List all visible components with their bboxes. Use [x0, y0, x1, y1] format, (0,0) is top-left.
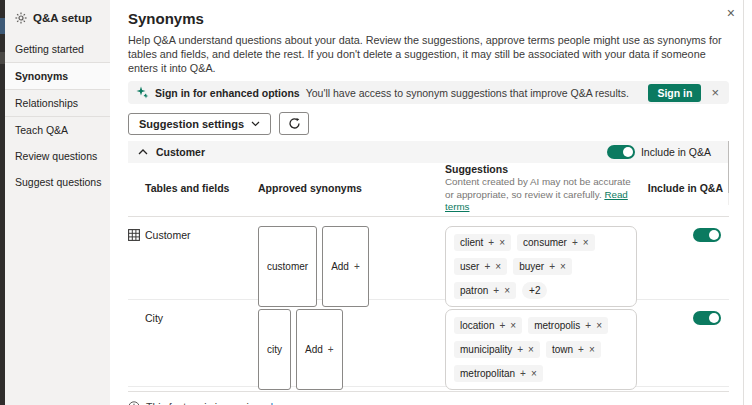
refresh-button[interactable] [279, 112, 309, 135]
approved-synonym-chip[interactable]: city [258, 309, 291, 390]
plus-icon: + [354, 261, 360, 272]
approve-plus-icon[interactable]: + [585, 320, 591, 331]
sign-in-button[interactable]: Sign in [648, 84, 701, 102]
table-row-customer: Customer customer Add + client+× consume… [128, 217, 729, 300]
approve-plus-icon[interactable]: + [578, 344, 584, 355]
synonyms-table: Customer Include in Q&A Tables and field… [128, 141, 729, 391]
dismiss-x-icon[interactable]: × [495, 261, 501, 272]
add-label: Add [331, 261, 349, 272]
add-synonym-button[interactable]: Add + [296, 309, 343, 390]
chevron-down-icon [251, 121, 260, 127]
app-edge-accent-2 [0, 52, 5, 64]
include-toggle[interactable] [693, 228, 721, 242]
right-gutter [744, 0, 752, 405]
column-include-in-qna: Include in Q&A [643, 182, 729, 194]
suggestion-chip: user+× [454, 258, 507, 275]
section-include-toggle[interactable] [607, 145, 635, 159]
refresh-icon [288, 117, 301, 130]
close-icon[interactable]: × [727, 6, 735, 20]
toggle-knob [623, 147, 633, 157]
suggestion-chip: metropolitan+× [454, 365, 543, 382]
plus-icon: + [328, 344, 334, 355]
approve-plus-icon[interactable]: + [572, 237, 578, 248]
include-cell [643, 226, 729, 307]
suggestion-label: town [552, 344, 573, 355]
field-name-cell: Customer [128, 226, 258, 307]
app-left-edge [0, 0, 5, 405]
suggestion-label: patron [460, 285, 488, 296]
dismiss-x-icon[interactable]: × [560, 261, 566, 272]
dismiss-x-icon[interactable]: × [583, 237, 589, 248]
banner-subtitle: You'll have access to synonym suggestion… [306, 87, 629, 99]
section-include-label: Include in Q&A [641, 146, 711, 158]
toggle-knob [709, 230, 719, 240]
dismiss-x-icon[interactable]: × [499, 237, 505, 248]
preview-text: This feature is in preview. [146, 401, 264, 405]
field-name-label: City [145, 312, 163, 324]
signin-banner: Sign in for enhanced options You'll have… [128, 81, 729, 104]
suggestion-label: location [460, 320, 494, 331]
suggestion-label: metropolis [534, 320, 580, 331]
suggestion-label: consumer [523, 237, 567, 248]
info-icon [128, 401, 140, 405]
sidebar-item-getting-started[interactable]: Getting started [5, 36, 110, 63]
approve-plus-icon[interactable]: + [499, 320, 505, 331]
dismiss-x-icon[interactable]: × [504, 285, 510, 296]
gear-icon [15, 12, 27, 24]
include-toggle[interactable] [693, 311, 721, 325]
dismiss-x-icon[interactable]: × [510, 320, 516, 331]
dismiss-x-icon[interactable]: × [596, 320, 602, 331]
sidebar-item-synonyms[interactable]: Synonyms [5, 63, 110, 90]
column-suggestions-title: Suggestions [445, 163, 643, 175]
sidebar-header: Q&A setup [5, 10, 110, 36]
scrollbar-thumb[interactable] [728, 141, 729, 193]
approve-plus-icon[interactable]: + [493, 285, 499, 296]
table-name-label: Customer [145, 229, 191, 241]
suggestion-settings-label: Suggestion settings [139, 118, 244, 130]
table-grid-icon [128, 229, 140, 241]
suggestions-cell: location+× metropolis+× municipality+× t… [445, 309, 643, 390]
sidebar-item-teach-qna[interactable]: Teach Q&A [5, 117, 110, 143]
table-section-header[interactable]: Customer Include in Q&A [128, 141, 729, 163]
suggestions-box: client+× consumer+× user+× buyer+× patro… [445, 226, 637, 307]
dismiss-x-icon[interactable]: × [589, 344, 595, 355]
sparkle-icon [136, 86, 149, 99]
approve-plus-icon[interactable]: + [484, 261, 490, 272]
sidebar-item-relationships[interactable]: Relationships [5, 90, 110, 117]
synonyms-panel: × Synonyms Help Q&A understand questions… [110, 0, 744, 405]
approve-plus-icon[interactable]: + [549, 261, 555, 272]
suggestion-label: buyer [519, 261, 544, 272]
learn-more-link[interactable]: Learn more [270, 401, 324, 405]
qna-setup-dialog: Q&A setup Getting started Synonyms Relat… [0, 0, 752, 405]
suggestion-label: metropolitan [460, 368, 515, 379]
chevron-up-icon[interactable] [138, 149, 148, 155]
more-suggestions-chip[interactable]: +2 [522, 282, 547, 299]
approved-synonym-chip[interactable]: customer [258, 226, 317, 307]
suggestion-chip: client+× [454, 234, 511, 251]
suggestion-chip: location+× [454, 317, 522, 334]
page-description: Help Q&A understand questions about your… [128, 33, 728, 75]
approve-plus-icon[interactable]: + [517, 344, 523, 355]
add-synonym-button[interactable]: Add + [322, 226, 369, 307]
ai-disclaimer: Content created by AI may not be accurat… [445, 176, 635, 214]
table-column-headers: Tables and fields Approved synonyms Sugg… [128, 163, 729, 217]
add-label: Add [305, 344, 323, 355]
dismiss-x-icon[interactable]: × [528, 344, 534, 355]
scrollbar[interactable] [728, 141, 729, 205]
column-suggestions: Suggestions Content created by AI may no… [445, 163, 643, 214]
toolbar: Suggestion settings [128, 112, 729, 135]
suggestion-chip: town+× [546, 341, 601, 358]
suggestion-chip: consumer+× [517, 234, 595, 251]
suggestion-label: client [460, 237, 483, 248]
approve-plus-icon[interactable]: + [520, 368, 526, 379]
preview-footer: This feature is in preview. Learn more [128, 391, 729, 405]
include-cell [643, 309, 729, 390]
section-table-name: Customer [156, 146, 607, 158]
dismiss-x-icon[interactable]: × [531, 368, 537, 379]
sidebar-item-suggest-questions[interactable]: Suggest questions [5, 169, 110, 195]
suggestion-label: user [460, 261, 479, 272]
approve-plus-icon[interactable]: + [488, 237, 494, 248]
suggestion-settings-button[interactable]: Suggestion settings [128, 113, 271, 135]
sidebar-item-review-questions[interactable]: Review questions [5, 143, 110, 169]
banner-dismiss-icon[interactable]: × [707, 85, 723, 100]
